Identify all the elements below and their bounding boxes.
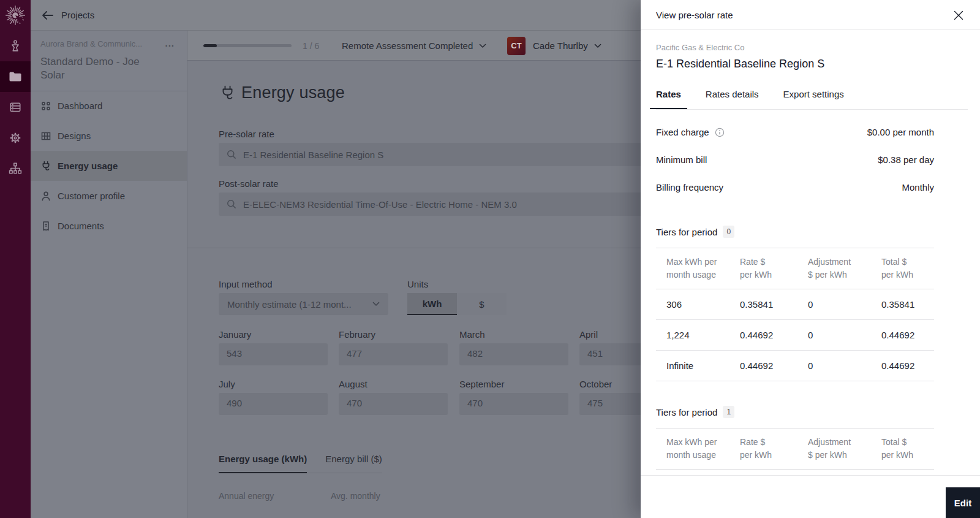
project-nav: Dashboard Designs xyxy=(31,91,187,241)
leads-icon[interactable] xyxy=(0,31,31,61)
tab-energy-bill[interactable]: Energy bill ($) xyxy=(325,454,382,473)
month-input-january[interactable] xyxy=(227,348,318,359)
fixed-charge-row: Fixed charge $0.00 per month xyxy=(656,118,934,146)
sidebar-item-label: Dashboard xyxy=(58,101,102,111)
minimum-bill-label: Minimum bill xyxy=(656,154,707,165)
table-header-row: Max kWh permonth usage Rate $per kWh Adj… xyxy=(656,248,934,289)
aurora-logo-icon[interactable] xyxy=(0,0,31,31)
input-method-label: Input method xyxy=(219,279,273,289)
assignee-dropdown[interactable]: CT Cade Thurlby xyxy=(507,31,601,61)
tab-rates-details[interactable]: Rates details xyxy=(699,89,765,109)
edit-button[interactable]: Edit xyxy=(946,487,980,518)
month-label-july: July xyxy=(219,379,235,389)
close-icon[interactable] xyxy=(954,10,963,20)
annual-energy-label: Annual energy xyxy=(219,491,274,501)
database-icon[interactable] xyxy=(0,92,31,123)
month-field-february[interactable] xyxy=(339,343,448,365)
panel-body: Pacific Gas & Electric Co E-1 Residentia… xyxy=(641,30,980,475)
billing-frequency-label: Billing frequency xyxy=(656,182,723,192)
tiers-heading-text: Tiers for period xyxy=(656,227,717,237)
month-label-april: April xyxy=(579,329,598,340)
month-field-july[interactable] xyxy=(219,393,328,415)
breadcrumb-projects[interactable]: Projects xyxy=(61,10,94,20)
org-name: Aurora Brand & Communic... xyxy=(40,39,142,48)
progress-bar xyxy=(203,44,292,47)
chevron-down-icon xyxy=(372,302,380,307)
billing-frequency-row: Billing frequency Monthly xyxy=(656,173,934,201)
sidebar-item-label: Designs xyxy=(58,131,91,141)
brand-rail xyxy=(0,0,31,518)
month-input-september[interactable] xyxy=(467,398,559,408)
sidebar-item-energy-usage[interactable]: Energy usage xyxy=(31,151,187,181)
tiers-heading-text: Tiers for period xyxy=(656,407,717,417)
designs-grid-icon xyxy=(40,131,51,142)
input-method-select[interactable]: Monthly estimate (1-12 mont... xyxy=(219,293,388,315)
month-label-september: September xyxy=(459,379,504,389)
month-input-march[interactable] xyxy=(467,348,559,359)
tiers-period-1-table: Max kWh permonth usage Rate $per kWh Adj… xyxy=(656,428,934,470)
app-window: Projects Aurora Brand & Communic... ... … xyxy=(0,0,980,518)
pre-solar-rate-label: Pre-solar rate xyxy=(219,129,274,139)
avg-monthly-label: Avg. monthly xyxy=(331,491,380,501)
table-row: 3060.3584100.35841 xyxy=(656,289,934,320)
chevron-down-icon xyxy=(479,44,486,48)
status-label: Remote Assessment Completed xyxy=(342,40,473,51)
month-field-march[interactable] xyxy=(459,343,568,365)
rate-summary: Fixed charge $0.00 per month Minimum bil… xyxy=(656,118,934,201)
sidebar-item-customer-profile[interactable]: Customer profile xyxy=(31,181,187,211)
chevron-down-icon xyxy=(594,44,601,48)
month-field-january[interactable] xyxy=(219,343,328,365)
period-badge: 0 xyxy=(723,226,734,238)
tiers-period-0-heading: Tiers for period 0 xyxy=(656,226,934,238)
tiers-period-1-heading: Tiers for period 1 xyxy=(656,406,934,418)
org-chart-icon[interactable] xyxy=(0,153,31,184)
overflow-menu-icon[interactable]: ... xyxy=(165,38,175,48)
tabs-divider xyxy=(656,109,968,110)
table-row: Infinite0.4469200.44692 xyxy=(656,351,934,381)
progress-bar-fill xyxy=(203,44,217,47)
info-icon[interactable] xyxy=(715,128,725,137)
units-label: Units xyxy=(407,279,428,289)
month-field-september[interactable] xyxy=(459,393,568,415)
panel-title: View pre-solar rate xyxy=(656,10,733,20)
tab-export-settings[interactable]: Export settings xyxy=(777,89,850,109)
projects-folder-icon[interactable] xyxy=(0,61,31,92)
utility-name: Pacific Gas & Electric Co xyxy=(656,43,934,52)
billing-frequency-value: Monthly xyxy=(902,182,934,192)
usage-tabs: Energy usage (kWh) Energy bill ($) xyxy=(219,454,382,473)
month-label-january: January xyxy=(219,329,251,340)
period-badge: 1 xyxy=(723,406,734,418)
month-input-february[interactable] xyxy=(347,348,439,359)
fixed-charge-label: Fixed charge xyxy=(656,127,709,137)
month-label-february: February xyxy=(339,329,375,340)
fixed-charge-value: $0.00 per month xyxy=(867,127,934,137)
panel-footer: Edit xyxy=(641,475,980,518)
rate-name: E-1 Residential Baseline Region S xyxy=(656,58,934,70)
units-option-kwh[interactable]: kWh xyxy=(407,293,457,315)
sidebar-item-documents[interactable]: Documents xyxy=(31,211,187,241)
plug-icon xyxy=(40,161,51,172)
tab-rates[interactable]: Rates xyxy=(650,89,687,109)
sidebar-item-label: Energy usage xyxy=(58,161,118,171)
sidebar-item-designs[interactable]: Designs xyxy=(31,121,187,151)
month-input-august[interactable] xyxy=(347,398,439,408)
settings-gear-icon[interactable] xyxy=(0,123,31,153)
back-button[interactable] xyxy=(42,10,54,20)
units-option-dollar[interactable]: $ xyxy=(457,293,507,315)
document-icon xyxy=(40,221,51,232)
page-title-row: Energy usage xyxy=(219,83,345,102)
dashboard-dots-icon xyxy=(40,101,51,112)
sidebar-item-label: Documents xyxy=(58,221,104,231)
input-method-value: Monthly estimate (1-12 mont... xyxy=(227,299,352,310)
units-toggle: kWh $ xyxy=(407,293,507,315)
panel-header: View pre-solar rate xyxy=(641,0,980,30)
month-label-march: March xyxy=(459,329,485,340)
month-field-august[interactable] xyxy=(339,393,448,415)
avatar: CT xyxy=(507,37,526,55)
assignee-name: Cade Thurlby xyxy=(533,40,588,51)
status-dropdown[interactable]: Remote Assessment Completed xyxy=(342,31,486,61)
sidebar-item-dashboard[interactable]: Dashboard xyxy=(31,91,187,121)
month-input-july[interactable] xyxy=(227,398,318,408)
progress-count: 1 / 6 xyxy=(303,41,319,51)
tab-energy-usage-kwh[interactable]: Energy usage (kWh) xyxy=(219,454,307,473)
